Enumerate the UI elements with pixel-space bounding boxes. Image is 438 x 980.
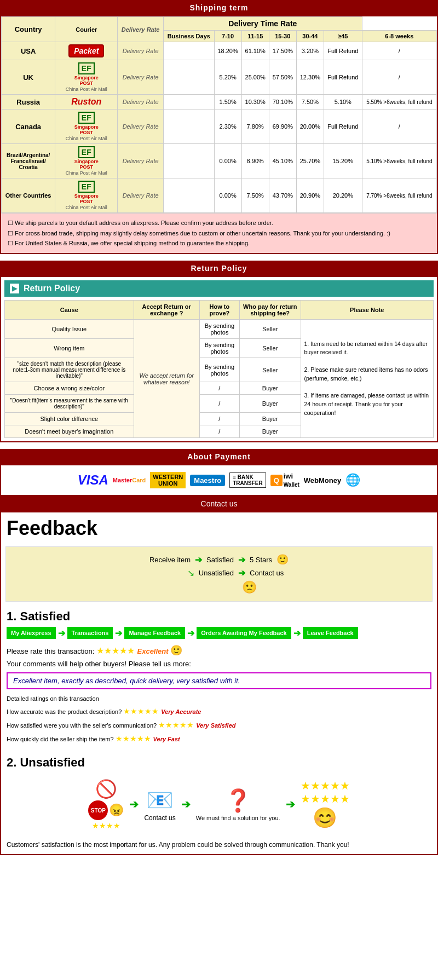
- feedback-title: Feedback: [1, 512, 437, 542]
- delivery-rate-canada: Delivery Rate: [118, 109, 164, 144]
- country-uk: UK: [2, 60, 55, 95]
- col-68w: 6-8 weeks: [362, 31, 436, 42]
- western-union-logo: WESTERNUNION: [150, 472, 186, 488]
- usa-1115: 61.10%: [241, 42, 269, 60]
- question-icon: ❓: [224, 788, 252, 814]
- arrow-down-icon: ↘: [187, 568, 194, 578]
- who-wrong-size: Buyer: [239, 382, 301, 395]
- flow-arrow-icon: ➔: [181, 798, 191, 811]
- singapore-logo: SingaporePOST: [74, 124, 99, 135]
- rating-row-3: How quickly did the seller ship the item…: [7, 732, 431, 746]
- rating-value-3: Very Fast: [153, 736, 180, 742]
- rating-label-1: How accurate was the product description…: [7, 708, 122, 715]
- th-cause: Cause: [5, 301, 134, 320]
- unsatisfied-flow: 🚫 STOP 😠 ★★★★ ➔ 📧 Contact us ➔ ❓ We must: [1, 773, 437, 835]
- how-size: By sending photos: [199, 358, 239, 382]
- stop-sign-icon: STOP: [88, 800, 108, 820]
- cause-imagination: Doesn't meet buyer's imagination: [5, 425, 134, 438]
- br-1115: 8.90%: [241, 144, 269, 178]
- table-row: Canada EF SingaporePOST China Post Air M…: [2, 109, 437, 144]
- th-note: Please Note: [301, 301, 433, 320]
- ruston-logo: Ruston: [71, 97, 101, 107]
- feedback-flow-box: Receive item ➔ Satisfied ➔ 5 Stars 🙂 ↘ U…: [5, 546, 433, 602]
- ru-bd: [164, 95, 215, 109]
- col-3044: 30-44: [296, 31, 324, 42]
- col-delivery-time-rate: Delivery Time Rate: [164, 17, 362, 31]
- step-manage-feedback[interactable]: Manage Feedback: [124, 627, 185, 639]
- uk-bd: [164, 60, 215, 95]
- outcome-group: ★★★★★★★★★★ 😊: [301, 779, 350, 829]
- who-doesnt-fit: Buyer: [239, 395, 301, 413]
- th-how: How to prove?: [199, 301, 239, 320]
- ru-45: 5.10%: [324, 95, 362, 109]
- uk-45: Full Refund: [324, 60, 362, 95]
- solution-group: ❓ We must find a solution for you.: [196, 788, 280, 821]
- cause-wrong-item: Wrong item: [5, 339, 134, 358]
- ot-710: 0.00%: [214, 178, 241, 213]
- cause-quality: Quality Issue: [5, 320, 134, 339]
- who-size: Seller: [239, 358, 301, 382]
- ca-bd: [164, 109, 215, 144]
- arrow-icon: ➔: [195, 555, 202, 565]
- uk-710: 5.20%: [214, 60, 241, 95]
- step-myaliexpress[interactable]: My Aliexpress: [7, 627, 56, 639]
- step-orders-awaiting[interactable]: Orders Awaiting My Feedback: [197, 627, 291, 639]
- mastercard-logo: MasterCard: [113, 477, 146, 483]
- accept-all: We accept return for whatever reason!: [134, 320, 199, 438]
- singapore-logo: SingaporePOST: [74, 159, 99, 170]
- br-1530: 45.10%: [269, 144, 296, 178]
- big-smiley-icon: 😊: [313, 806, 337, 829]
- example-comment-text: Excellent item, exactly as described, qu…: [13, 677, 240, 685]
- china-post-label: China Post Air Mail: [66, 136, 107, 141]
- low-stars-icon: ★★★★: [92, 821, 120, 830]
- col-courier: Courier: [55, 17, 118, 42]
- step-transactions[interactable]: Transactions: [67, 627, 113, 639]
- rate-row: Please rate this transaction: ★★★★★ Exce…: [7, 644, 431, 656]
- arrow-icon: ➔: [238, 555, 245, 565]
- excellent-text: Excellent: [137, 647, 169, 655]
- singapore-logo: SingaporePOST: [74, 75, 99, 86]
- unsatisfied-section: 2. Unsatisfied 🚫 STOP 😠 ★★★★ ➔ 📧 Contact…: [1, 752, 437, 854]
- find-solution-text: We must find a solution for you.: [196, 815, 280, 821]
- please-note-all: 1. Items need to be returned within 14 d…: [301, 320, 433, 438]
- country-russia: Russia: [2, 95, 55, 109]
- smiley-excellent: 🙂: [170, 645, 182, 656]
- step-leave-feedback[interactable]: Leave Feedback: [303, 627, 358, 639]
- contact-us-flow-label: Contact us: [250, 569, 284, 577]
- ef-logo: EF: [78, 112, 95, 124]
- ratings-detail: Detailed ratings on this transaction How…: [7, 694, 431, 746]
- country-brazil: Brazil/Argentina/France/Israel/Croatia: [2, 144, 55, 178]
- table-row: USA Packet Delivery Rate 18.20% 61.10% 1…: [2, 42, 437, 60]
- how-wrong-item: By sending photos: [199, 339, 239, 358]
- who-quality: Seller: [239, 320, 301, 339]
- uk-3044: 12.30%: [296, 60, 324, 95]
- rating-value-1: Very Accurate: [161, 708, 201, 715]
- rating-row-2: How satisfied were you with the seller's…: [7, 718, 431, 732]
- courier-uk: EF SingaporePOST China Post Air Mail: [55, 60, 118, 95]
- who-color: Buyer: [239, 413, 301, 425]
- courier-other: EF SingaporePOST China Post Air Mail: [55, 178, 118, 213]
- shipping-table: Country Courier Delivery Rate Delivery T…: [1, 16, 437, 213]
- ot-68w: 7.70% >8weeks, full refund: [362, 178, 436, 213]
- delivery-rate-russia: Delivery Rate: [118, 95, 164, 109]
- cause-wrong-size: Choose a wrong size/color: [5, 382, 134, 395]
- table-row: Brazil/Argentina/France/Israel/Croatia E…: [2, 144, 437, 178]
- step-arrow-icon: ➔: [115, 628, 122, 638]
- email-group: 📧 Contact us: [144, 787, 175, 822]
- th-who-pays: Who pay for return shipping fee?: [239, 301, 301, 320]
- ot-45: 20.20%: [324, 178, 362, 213]
- notice-2: ☐ For cross-broad trade, shipping may sl…: [8, 228, 430, 239]
- comment-prompt: Your comments will help other buyers! Pl…: [7, 660, 431, 668]
- br-710: 0.00%: [214, 144, 241, 178]
- courier-brazil: EF SingaporePOST China Post Air Mail: [55, 144, 118, 178]
- china-post-label: China Post Air Mail: [66, 87, 107, 92]
- country-usa: USA: [2, 42, 55, 60]
- col-1115: 11-15: [241, 31, 269, 42]
- ot-3044: 20.90%: [296, 178, 324, 213]
- courier-canada: EF SingaporePOST China Post Air Mail: [55, 109, 118, 144]
- ratings-title: Detailed ratings on this transaction: [7, 694, 431, 705]
- ca-3044: 20.00%: [296, 109, 324, 144]
- footer-note: Customers' satisfaction is the most impo…: [1, 835, 437, 854]
- courier-usa: Packet: [55, 42, 118, 60]
- satisfied-title: 1. Satisfied: [7, 609, 431, 624]
